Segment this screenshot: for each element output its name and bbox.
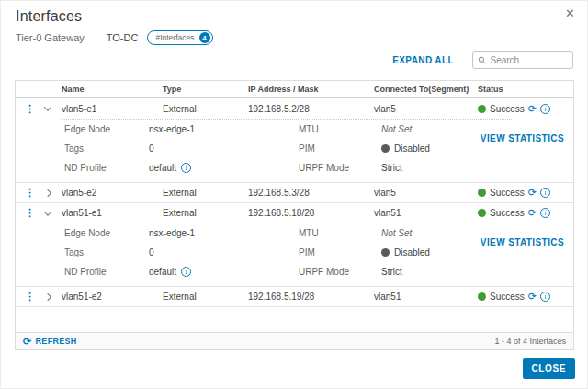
column-header-type: Type <box>163 85 248 94</box>
detail-label-pim: PIM <box>299 247 381 257</box>
cell-ip: 192.168.5.19/28 <box>248 292 374 302</box>
interfaces-table: Name Type IP Address / Mask Connected To… <box>15 80 574 350</box>
cell-ip: 192.168.5.3/28 <box>248 188 374 198</box>
info-icon[interactable]: i <box>181 163 191 173</box>
detail-value-pim: Disabled <box>381 247 573 257</box>
info-icon[interactable]: i <box>540 292 550 302</box>
status-label: Success <box>490 292 525 302</box>
detail-value-nd-profile: defaulti <box>149 267 299 277</box>
status-refresh-icon[interactable]: ⟳ <box>528 292 537 302</box>
table-row: ⋮ vlan5-e1 External 192.168.5.2/28 vlan5… <box>16 98 573 119</box>
view-statistics-link[interactable]: VIEW STATISTICS <box>481 237 564 247</box>
cell-connected: vlan51 <box>374 292 478 302</box>
row-detail-panel: Edge Node nsx-edge-1 MTU Not Set Tags 0 … <box>16 223 573 286</box>
column-header-ip: IP Address / Mask <box>248 85 374 94</box>
toolbar: EXPAND ALL <box>392 51 573 69</box>
detail-value-pim: Disabled <box>381 143 573 154</box>
search-box[interactable] <box>472 51 573 69</box>
detail-label-urpf: URPF Mode <box>299 267 381 277</box>
interfaces-badge-label: #Interfaces <box>155 33 194 42</box>
gateway-label: Tier-0 Gateway <box>16 32 85 43</box>
cell-name: vlan51-e1 <box>62 208 163 218</box>
detail-label-mtu: MTU <box>299 124 381 134</box>
detail-value-tags: 0 <box>149 247 299 257</box>
status-cell: Success ⟳ i <box>478 208 573 218</box>
cell-name: vlan5-e2 <box>62 188 163 198</box>
status-label: Success <box>490 208 525 218</box>
pagination-text: 1 - 4 of 4 Interfaces <box>494 337 566 346</box>
detail-value-nd-profile: defaulti <box>149 163 299 173</box>
chevron-right-icon[interactable] <box>44 292 51 300</box>
table-footer: ⟳ REFRESH 1 - 4 of 4 Interfaces <box>16 332 573 349</box>
status-success-dot <box>478 209 486 217</box>
status-refresh-icon[interactable]: ⟳ <box>528 188 537 198</box>
row-menu-icon[interactable]: ⋮ <box>25 292 35 302</box>
detail-label-nd-profile: ND Profile <box>64 267 149 277</box>
expand-all-button[interactable]: EXPAND ALL <box>392 55 454 65</box>
interfaces-badge[interactable]: #Interfaces 4 <box>147 30 212 45</box>
detail-value-edge-node: nsx-edge-1 <box>149 124 299 134</box>
chevron-right-icon[interactable] <box>44 189 51 196</box>
interfaces-dialog: Interfaces ✕ Tier-0 Gateway TO-DC #Inter… <box>0 0 588 389</box>
status-disabled-dot <box>381 248 390 257</box>
refresh-icon: ⟳ <box>23 337 32 347</box>
row-menu-icon[interactable]: ⋮ <box>25 104 35 114</box>
detail-label-nd-profile: ND Profile <box>64 163 149 173</box>
search-input[interactable] <box>490 55 568 65</box>
detail-label-edge-node: Edge Node <box>64 124 149 134</box>
info-icon[interactable]: i <box>540 188 550 198</box>
info-icon[interactable]: i <box>540 104 550 114</box>
chevron-down-icon[interactable] <box>44 103 51 110</box>
status-label: Success <box>490 188 525 198</box>
detail-label-edge-node: Edge Node <box>64 228 149 238</box>
detail-value-tags: 0 <box>149 143 299 154</box>
status-refresh-icon[interactable]: ⟳ <box>528 208 537 218</box>
gateway-name: TO-DC <box>107 32 139 43</box>
cell-name: vlan5-e1 <box>62 104 163 114</box>
status-success-dot <box>478 105 486 113</box>
interfaces-badge-count: 4 <box>199 32 210 43</box>
page-title: Interfaces <box>16 8 82 25</box>
refresh-button[interactable]: ⟳ REFRESH <box>23 337 77 347</box>
view-statistics-link[interactable]: VIEW STATISTICS <box>481 133 564 143</box>
status-cell: Success ⟳ i <box>478 188 573 198</box>
column-header-name: Name <box>62 85 163 94</box>
status-refresh-icon[interactable]: ⟳ <box>528 104 537 114</box>
cell-type: External <box>163 104 248 114</box>
detail-value-urpf: Strict <box>381 163 573 173</box>
table-row: ⋮ vlan51-e1 External 192.168.5.18/28 vla… <box>16 202 573 223</box>
cell-type: External <box>163 208 248 218</box>
column-header-connected: Connected To(Segment) <box>374 85 478 94</box>
info-icon[interactable]: i <box>540 208 550 218</box>
table-empty-space <box>16 306 573 332</box>
status-cell: Success ⟳ i <box>478 104 573 114</box>
status-disabled-dot <box>381 144 390 153</box>
cell-connected: vlan5 <box>374 104 478 114</box>
cell-type: External <box>163 188 248 198</box>
close-icon[interactable]: ✕ <box>565 7 575 19</box>
table-header: Name Type IP Address / Mask Connected To… <box>16 81 573 98</box>
status-cell: Success ⟳ i <box>478 292 573 302</box>
chevron-down-icon[interactable] <box>44 208 51 215</box>
cell-ip: 192.168.5.2/28 <box>248 104 374 114</box>
row-menu-icon[interactable]: ⋮ <box>25 208 35 218</box>
close-button[interactable]: CLOSE <box>523 358 575 379</box>
refresh-label: REFRESH <box>36 337 77 346</box>
info-icon[interactable]: i <box>181 267 191 277</box>
detail-label-urpf: URPF Mode <box>299 163 381 173</box>
cell-ip: 192.168.5.18/28 <box>248 208 374 218</box>
cell-connected: vlan5 <box>374 188 478 198</box>
column-header-status: Status <box>478 85 573 94</box>
cell-type: External <box>163 292 248 302</box>
cell-name: vlan51-e2 <box>62 292 163 302</box>
detail-label-tags: Tags <box>64 247 149 257</box>
table-row: ⋮ vlan51-e2 External 192.168.5.19/28 vla… <box>16 286 573 306</box>
detail-label-pim: PIM <box>299 143 381 154</box>
detail-label-tags: Tags <box>64 143 149 154</box>
status-success-dot <box>478 292 486 301</box>
detail-label-mtu: MTU <box>299 228 381 238</box>
status-success-dot <box>478 189 486 197</box>
detail-value-edge-node: nsx-edge-1 <box>149 228 299 238</box>
table-row: ⋮ vlan5-e2 External 192.168.5.3/28 vlan5… <box>16 182 573 202</box>
row-menu-icon[interactable]: ⋮ <box>25 188 35 198</box>
